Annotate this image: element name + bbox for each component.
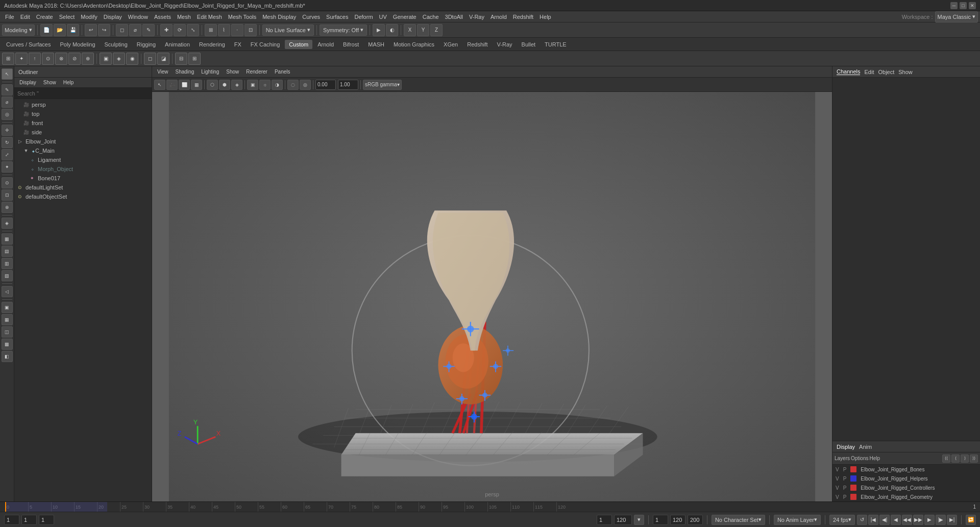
shelf-btn-8[interactable]: ▣ bbox=[100, 53, 112, 65]
play-forward-button[interactable]: ▶▶ bbox=[913, 515, 923, 525]
maximize-button[interactable]: □ bbox=[960, 2, 967, 9]
menu-mesh[interactable]: Mesh bbox=[174, 13, 194, 21]
snap-to-surface-button[interactable]: ⊡ bbox=[244, 24, 257, 36]
viewport-menu-panels[interactable]: Panels bbox=[272, 68, 293, 76]
layout-btn-2[interactable]: ▤ bbox=[2, 246, 13, 257]
layout-btn-4[interactable]: ▧ bbox=[2, 270, 13, 281]
menu-select[interactable]: Select bbox=[56, 13, 78, 21]
show-manip-button[interactable]: ◈ bbox=[2, 218, 13, 229]
shelf-btn-1[interactable]: ⊞ bbox=[2, 53, 14, 65]
outliner-menu-show[interactable]: Show bbox=[40, 79, 59, 86]
layer-p-4[interactable]: P bbox=[843, 494, 847, 500]
outliner-item-bone017[interactable]: ✦ Bone017 bbox=[14, 174, 152, 183]
snap-to-grid-button[interactable]: ⊞ bbox=[205, 24, 217, 36]
outliner-item-default-object-set[interactable]: ⊙ defaultObjectSet bbox=[14, 192, 152, 201]
close-button[interactable]: ✕ bbox=[969, 2, 976, 9]
no-live-surface-button[interactable]: No Live Surface ▾ bbox=[262, 25, 314, 36]
layers-btn-4[interactable]: ⟩⟩ bbox=[970, 454, 978, 463]
anim-btn-1[interactable]: ▣ bbox=[2, 302, 13, 313]
paint-select-button[interactable]: ✎ bbox=[2, 84, 13, 95]
tab-curves-surfaces[interactable]: Curves / Surfaces bbox=[2, 40, 55, 49]
vp-shaded-btn[interactable]: ⬢ bbox=[219, 80, 230, 90]
layer-v-2[interactable]: V bbox=[836, 476, 839, 482]
range-end-btn[interactable]: ▾ bbox=[634, 515, 644, 525]
refresh-button[interactable]: ↺ bbox=[857, 515, 867, 525]
viewport-menu-renderer[interactable]: Renderer bbox=[243, 68, 271, 76]
menu-surfaces[interactable]: Surfaces bbox=[323, 13, 351, 21]
symmetry-button[interactable]: Symmetry: Off ▾ bbox=[320, 25, 367, 36]
viewport-canvas[interactable]: X Y Z persp bbox=[152, 92, 832, 501]
anim-btn-4[interactable]: ▩ bbox=[2, 339, 13, 350]
select-mode-button[interactable]: ↖ bbox=[2, 68, 13, 80]
viewport-menu-lighting[interactable]: Lighting bbox=[198, 68, 222, 76]
anim-btn-5[interactable]: ◧ bbox=[2, 351, 13, 362]
move-button[interactable]: ✛ bbox=[2, 125, 13, 136]
next-key-button[interactable]: |▶ bbox=[936, 515, 946, 525]
tab-custom[interactable]: Custom bbox=[285, 40, 312, 49]
menu-mesh-tools[interactable]: Mesh Tools bbox=[225, 13, 259, 21]
outliner-item-morph-object[interactable]: ⬦ Morph_Object bbox=[14, 164, 152, 174]
max-frame-field[interactable]: 120 bbox=[670, 515, 685, 525]
skip-start-button[interactable]: |◀ bbox=[868, 515, 878, 525]
universal-button[interactable]: ✦ bbox=[2, 161, 13, 173]
menu-window[interactable]: Window bbox=[125, 13, 151, 21]
redo-button[interactable]: ↪ bbox=[98, 24, 110, 36]
paint-tool-button[interactable]: ✎ bbox=[142, 24, 155, 36]
tab-bullet[interactable]: Bullet bbox=[518, 40, 540, 49]
minimize-button[interactable]: ─ bbox=[950, 2, 958, 9]
outliner-item-side[interactable]: 🎥 side bbox=[14, 128, 152, 137]
layer-row-controllers[interactable]: V P Elbow_Joint_Rigged_Controllers bbox=[832, 483, 980, 492]
outliner-item-front[interactable]: 🎥 front bbox=[14, 118, 152, 128]
soft-select-button[interactable]: ⊙ bbox=[2, 177, 13, 188]
range-start-field[interactable]: 1 bbox=[597, 515, 612, 525]
vp-texture-btn[interactable]: ▣ bbox=[247, 80, 258, 90]
x-axis-button[interactable]: X bbox=[404, 24, 416, 36]
vp-gamma-dropdown[interactable]: sRGB gamma ▾ bbox=[363, 80, 402, 90]
menu-arnold[interactable]: Arnold bbox=[487, 13, 510, 21]
layer-v-1[interactable]: V bbox=[836, 467, 839, 472]
vp-select-btn[interactable]: ↖ bbox=[154, 80, 165, 90]
layer-p-2[interactable]: P bbox=[843, 476, 847, 482]
tab-sculpting[interactable]: Sculpting bbox=[101, 40, 132, 49]
extra-frame-field[interactable]: 200 bbox=[688, 515, 703, 525]
menu-assets[interactable]: Assets bbox=[151, 13, 174, 21]
snap-to-curve-button[interactable]: ⌇ bbox=[218, 24, 230, 36]
shelf-btn-14[interactable]: ⊞ bbox=[188, 53, 201, 65]
anim-btn-3[interactable]: ◫ bbox=[2, 326, 13, 338]
tab-vray[interactable]: V-Ray bbox=[493, 40, 517, 49]
menu-deform[interactable]: Deform bbox=[352, 13, 376, 21]
start-frame-field[interactable]: 1 bbox=[4, 515, 19, 525]
anim-layers-tab[interactable]: Anim bbox=[859, 444, 872, 450]
layer-row-bones[interactable]: V P Elbow_Joint_Rigged_Bones bbox=[832, 465, 980, 474]
vp-shaded-wire-btn[interactable]: ◈ bbox=[231, 80, 242, 90]
prev-frame-button[interactable]: ◀ bbox=[891, 515, 901, 525]
menu-3dto[interactable]: 3DtoAll bbox=[442, 13, 466, 21]
tab-bifrost[interactable]: Bifrost bbox=[339, 40, 363, 49]
current-frame-field[interactable]: 1 bbox=[21, 515, 37, 525]
menu-mesh-display[interactable]: Mesh Display bbox=[259, 13, 299, 21]
menu-create[interactable]: Create bbox=[33, 13, 56, 21]
shelf-btn-4[interactable]: ⊙ bbox=[42, 53, 54, 65]
tab-animation[interactable]: Animation bbox=[161, 40, 194, 49]
outliner-menu-help[interactable]: Help bbox=[60, 79, 77, 86]
undo-button[interactable]: ↩ bbox=[85, 24, 97, 36]
skip-end-button[interactable]: ▶| bbox=[947, 515, 957, 525]
menu-edit-mesh[interactable]: Edit Mesh bbox=[194, 13, 225, 21]
shelf-btn-7[interactable]: ⊕ bbox=[82, 53, 94, 65]
vp-wire-btn[interactable]: ⬡ bbox=[207, 80, 218, 90]
anim-btn-2[interactable]: ▦ bbox=[2, 314, 13, 325]
layer-p-1[interactable]: P bbox=[843, 467, 847, 472]
tab-turtle[interactable]: TURTLE bbox=[541, 40, 571, 49]
track-button[interactable]: ◎ bbox=[2, 109, 13, 120]
layers-menu-options[interactable]: Options bbox=[851, 456, 868, 461]
viewport-menu-view[interactable]: View bbox=[154, 68, 172, 76]
frame-box-field[interactable]: 1 bbox=[39, 515, 54, 525]
shelf-btn-12[interactable]: ◪ bbox=[157, 53, 169, 65]
layout-btn-1[interactable]: ▦ bbox=[2, 233, 13, 245]
layer-row-helpers[interactable]: V P Elbow_Joint_Rigged_Helpers bbox=[832, 474, 980, 483]
shelf-btn-9[interactable]: ◈ bbox=[113, 53, 125, 65]
show-tab[interactable]: Show bbox=[898, 69, 913, 75]
vp-single-btn[interactable]: ⬜ bbox=[179, 80, 190, 90]
menu-file[interactable]: File bbox=[2, 13, 17, 21]
lasso-tool-button[interactable]: ⌀ bbox=[129, 24, 141, 36]
